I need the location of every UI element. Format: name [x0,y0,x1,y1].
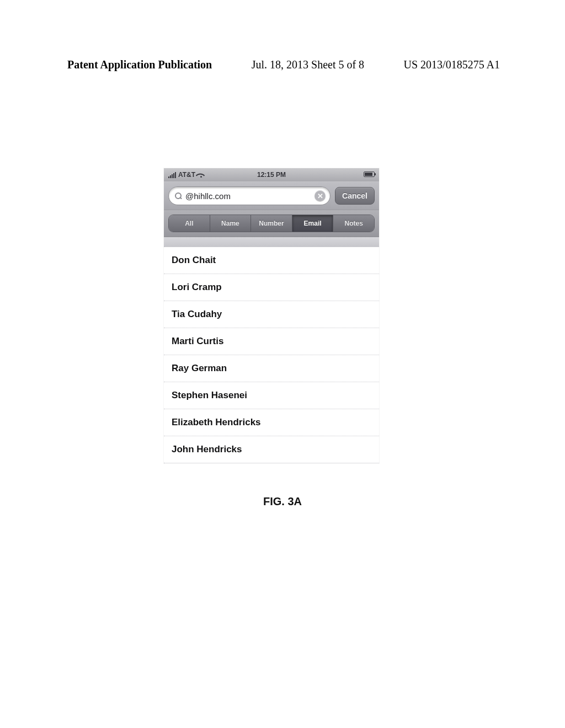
search-bar: @hihllc.com ✕ Cancel [164,181,379,210]
results-list: Don Chait Lori Cramp Tia Cudahy Marti Cu… [164,247,379,463]
search-input[interactable]: @hihllc.com ✕ [168,186,331,205]
scope-email[interactable]: Email [292,215,334,232]
battery-icon [364,172,375,177]
header-right: US 2013/0185275 A1 [404,58,500,71]
list-item[interactable]: John Hendricks [164,436,379,463]
search-value: @hihllc.com [185,191,311,201]
cancel-label: Cancel [342,191,367,200]
status-bar: AT&T 12:15 PM [164,168,379,181]
scope-segmented: All Name Number Email Notes [168,215,375,232]
list-item[interactable]: Lori Cramp [164,274,379,301]
scope-notes[interactable]: Notes [333,215,374,232]
scope-number[interactable]: Number [251,215,292,232]
cancel-button[interactable]: Cancel [335,187,375,205]
list-item[interactable]: Stephen Hasenei [164,382,379,409]
document-header: Patent Application Publication Jul. 18, … [0,58,565,71]
scope-bar: All Name Number Email Notes [164,210,379,237]
list-item[interactable]: Marti Curtis [164,328,379,355]
list-item[interactable]: Tia Cudahy [164,301,379,328]
scope-name[interactable]: Name [210,215,252,232]
close-icon: ✕ [317,192,323,200]
scope-all[interactable]: All [169,215,210,232]
list-item[interactable]: Elizabeth Hendricks [164,409,379,436]
results-header-spacer [164,237,379,247]
search-icon [174,192,182,200]
phone-mockup: AT&T 12:15 PM @hihllc.com ✕ Cancel All N… [164,168,379,463]
header-center: Jul. 18, 2013 Sheet 5 of 8 [252,58,364,71]
clock-label: 12:15 PM [164,171,379,179]
header-left: Patent Application Publication [67,58,212,71]
list-item[interactable]: Ray German [164,355,379,382]
figure-caption: FIG. 3A [0,495,565,508]
list-item[interactable]: Don Chait [164,247,379,274]
clear-button[interactable]: ✕ [315,190,326,201]
